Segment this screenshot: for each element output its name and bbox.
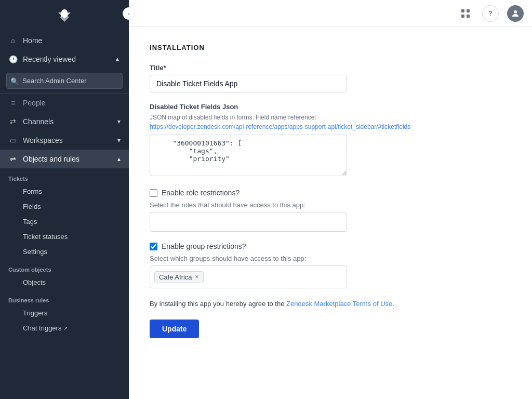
workspaces-icon: ▭ (8, 136, 18, 144)
business-rules-section-label: Business rules (0, 290, 129, 305)
json-desc-link[interactable]: https://developer.zendesk.com/api-refere… (150, 123, 410, 130)
objects-rules-icon: ⇌ (8, 155, 18, 163)
sidebar-sub-item-triggers[interactable]: Triggers (0, 305, 129, 321)
roles-description: Select the roles that should have access… (150, 201, 511, 209)
sidebar-item-recently-viewed[interactable]: 🕐 Recently viewed ▲ (0, 50, 129, 69)
tos-text: By installing this app you hereby agree … (150, 299, 511, 309)
chevron-down-icon-channels: ▾ (117, 118, 121, 125)
sidebar-logo (0, 0, 129, 31)
chevron-down-icon: ▲ (114, 56, 121, 63)
tos-link[interactable]: Zendesk Marketplace Terms of Use (286, 300, 392, 308)
svg-rect-2 (461, 15, 464, 18)
group-checkbox-row: Enable group restrictions? (150, 242, 511, 250)
sidebar-item-people[interactable]: ≡ People (0, 93, 129, 112)
sidebar-item-channels[interactable]: ⇄ Channels ▾ (0, 112, 129, 131)
custom-objects-section-label: Custom objects (0, 259, 129, 275)
sidebar-sub-item-tags[interactable]: Tags (0, 214, 129, 229)
svg-point-4 (514, 10, 517, 14)
title-label: Title* (150, 64, 511, 72)
tickets-section-label: Tickets (0, 168, 129, 184)
sidebar-item-objects-rules[interactable]: ⇌ Objects and rules ▴ (0, 150, 129, 168)
json-label: Disabled Ticket Fields Json (150, 103, 511, 111)
people-icon: ≡ (8, 99, 18, 107)
help-button[interactable]: ? (482, 5, 499, 22)
main-content: INSTALLATION Title* Disabled Ticket Fiel… (129, 27, 532, 399)
json-field-group: Disabled Ticket Fields Json JSON map of … (150, 103, 511, 178)
sidebar-item-home[interactable]: ⌂ Home (0, 31, 129, 50)
sidebar-sub-item-settings[interactable]: Settings (0, 244, 129, 259)
sidebar-item-workspaces[interactable]: ▭ Workspaces ▾ (0, 131, 129, 150)
title-input[interactable] (150, 75, 347, 92)
enable-role-checkbox[interactable] (150, 189, 157, 197)
sidebar-home-label: Home (23, 36, 42, 45)
group-restrictions-group: Enable group restrictions? Select which … (150, 242, 511, 288)
sidebar-objects-rules-label: Objects and rules (23, 155, 79, 163)
sidebar-sub-item-objects[interactable]: Objects (0, 275, 129, 290)
sidebar-people-label: People (23, 99, 46, 107)
chevron-down-icon-workspaces: ▾ (117, 137, 121, 144)
grid-icon (461, 9, 470, 18)
external-link-icon: ↗ (63, 325, 68, 331)
installation-title: INSTALLATION (150, 44, 511, 51)
sidebar-search-container: 🔍 (0, 69, 129, 93)
svg-rect-1 (467, 9, 470, 12)
search-input[interactable] (6, 73, 123, 89)
user-icon (511, 9, 520, 18)
sidebar-recently-viewed-label: Recently viewed (23, 55, 76, 63)
role-checkbox-row: Enable role restrictions? (150, 189, 511, 197)
role-restrictions-group: Enable role restrictions? Select the rol… (150, 189, 511, 232)
channels-icon: ⇄ (8, 117, 18, 126)
json-textarea[interactable]: "360000101663": [ "tags", "priority" (150, 135, 347, 176)
zendesk-logo-icon (54, 5, 75, 26)
sidebar-workspaces-label: Workspaces (23, 136, 63, 144)
sidebar-channels-label: Channels (23, 117, 54, 126)
chevron-up-icon-objects: ▴ (117, 155, 121, 163)
remove-cafe-africa-button[interactable]: × (195, 274, 199, 280)
sidebar-collapse-button[interactable]: ‹ (123, 7, 135, 20)
svg-rect-0 (461, 9, 464, 12)
grid-button[interactable] (457, 5, 474, 22)
svg-rect-3 (467, 15, 470, 18)
groups-input-box[interactable]: Cafe Africa × (150, 265, 347, 288)
sidebar-sub-item-ticket-statuses[interactable]: Ticket statuses (0, 229, 129, 244)
title-field-group: Title* (150, 64, 511, 92)
collapse-icon: ‹ (128, 10, 130, 17)
user-avatar-button[interactable] (507, 5, 524, 22)
sidebar-sub-item-forms[interactable]: Forms (0, 184, 129, 199)
sidebar-sub-item-chat-triggers[interactable]: Chat triggers ↗ (0, 321, 129, 336)
cafe-africa-label: Cafe Africa (159, 273, 192, 281)
cafe-africa-tag: Cafe Africa × (154, 271, 204, 283)
topbar: ? (129, 0, 532, 27)
update-button[interactable]: Update (150, 320, 199, 338)
enable-group-label[interactable]: Enable group restrictions? (162, 242, 246, 250)
enable-role-label[interactable]: Enable role restrictions? (162, 189, 240, 197)
sidebar-sub-item-fields[interactable]: Fields (0, 199, 129, 214)
search-icon: 🔍 (10, 77, 19, 85)
enable-group-checkbox[interactable] (150, 243, 157, 250)
roles-input-box[interactable] (150, 212, 347, 232)
sidebar: ⌂ Home 🕐 Recently viewed ▲ 🔍 ≡ People ⇄ … (0, 0, 129, 399)
json-description: JSON map of disabled fields in forms. Fi… (150, 113, 511, 131)
groups-description: Select which groups should have access t… (150, 255, 511, 262)
clock-icon: 🕐 (8, 55, 18, 63)
home-icon: ⌂ (8, 36, 18, 45)
